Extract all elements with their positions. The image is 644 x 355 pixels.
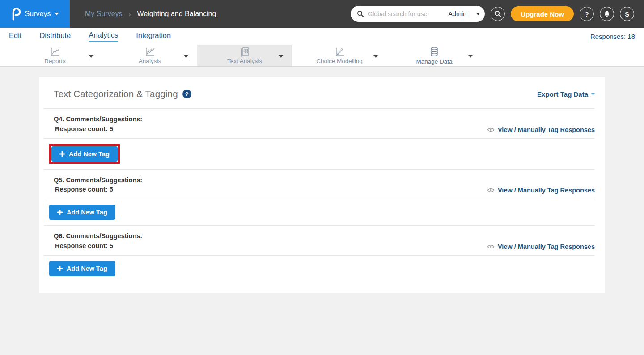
page-title: Text Categorization & Tagging <box>54 89 178 99</box>
question-info: Q4. Comments/Suggestions: Response count… <box>54 115 142 134</box>
response-count: Response count: 5 <box>54 185 142 195</box>
text-document-icon <box>239 47 250 57</box>
tab-label: Text Analysis <box>227 58 262 64</box>
view-link-label: View / Manually Tag Responses <box>498 187 595 194</box>
chevron-down-icon[interactable] <box>279 55 283 58</box>
upgrade-now-button[interactable]: Upgrade Now <box>511 6 574 21</box>
question-title: Q4. Comments/Suggestions: <box>54 115 142 124</box>
breadcrumb-separator-icon: › <box>129 10 131 18</box>
view-link-label: View / Manually Tag Responses <box>498 243 595 250</box>
tab-analytics[interactable]: Analytics <box>89 31 118 42</box>
tab-analysis[interactable]: Analysis <box>102 45 197 66</box>
card-header: Text Categorization & Tagging ? Export T… <box>39 77 605 108</box>
eye-icon <box>487 127 495 133</box>
search-scope-value: Admin <box>448 10 466 17</box>
view-manually-tag-link[interactable]: View / Manually Tag Responses <box>487 126 595 133</box>
add-new-tag-button[interactable]: Add New Tag <box>49 261 115 276</box>
question-mark-icon: ? <box>585 10 589 18</box>
chevron-down-icon[interactable] <box>476 13 480 15</box>
analytics-tabstrip: Reports Analysis Text Analysis <box>0 45 644 67</box>
help-button[interactable]: ? <box>580 7 594 21</box>
header-search-button[interactable] <box>491 7 505 21</box>
eye-icon <box>487 188 495 193</box>
annotation-highlight-box: Add New Tag <box>49 144 120 164</box>
tab-label: Manage Data <box>416 58 452 65</box>
question-title: Q5. Comments/Suggestions: <box>54 175 142 185</box>
top-header-bar: Surveys My Surveys › Weighting and Balan… <box>0 0 644 28</box>
multi-line-chart-icon <box>144 47 155 57</box>
question-info: Q6. Comments/Suggestions: Response count… <box>54 231 142 251</box>
question-title: Q6. Comments/Suggestions: <box>54 231 142 241</box>
tab-label: Choice Modelling <box>316 58 363 64</box>
avatar-initial: S <box>625 10 629 18</box>
chevron-down-icon <box>591 93 595 95</box>
tab-label: Reports <box>44 58 65 64</box>
view-link-label: View / Manually Tag Responses <box>498 126 595 133</box>
notifications-button[interactable] <box>600 7 614 21</box>
breadcrumb-current-survey: Weighting and Balancing <box>137 10 216 18</box>
question-section-q4: Q4. Comments/Suggestions: Response count… <box>39 109 605 138</box>
chevron-down-icon[interactable] <box>89 55 93 58</box>
button-row: Add New Tag <box>39 256 605 282</box>
global-search-input[interactable] <box>368 10 445 17</box>
question-info: Q5. Comments/Suggestions: Response count… <box>54 175 142 195</box>
main-content: Text Categorization & Tagging ? Export T… <box>0 67 644 293</box>
search-scope-selector[interactable]: Admin <box>448 9 480 19</box>
chevron-down-icon <box>55 13 59 15</box>
proprofs-logo-icon <box>11 7 21 21</box>
add-tag-label: Add New Tag <box>69 150 110 158</box>
survey-subnav: Edit Distribute Analytics Integration Re… <box>0 28 644 45</box>
tab-label: Analysis <box>139 58 161 64</box>
response-count: Response count: 5 <box>54 124 142 134</box>
tab-reports[interactable]: Reports <box>8 45 102 66</box>
button-row: Add New Tag <box>39 199 605 225</box>
question-section-q5: Q5. Comments/Suggestions: Response count… <box>39 170 605 199</box>
plus-icon <box>59 151 65 157</box>
tab-edit[interactable]: Edit <box>9 31 21 41</box>
response-count: Response count: 5 <box>54 241 142 251</box>
view-manually-tag-link[interactable]: View / Manually Tag Responses <box>487 187 595 194</box>
add-tag-label: Add New Tag <box>67 209 107 216</box>
add-new-tag-button[interactable]: Add New Tag <box>51 146 118 162</box>
tab-text-analysis[interactable]: Text Analysis <box>197 45 292 66</box>
export-label: Export Tag Data <box>537 90 588 98</box>
add-tag-label: Add New Tag <box>67 265 107 272</box>
chevron-down-icon[interactable] <box>373 55 378 58</box>
user-avatar[interactable]: S <box>620 7 634 21</box>
text-tagging-card: Text Categorization & Tagging ? Export T… <box>39 77 605 293</box>
surveys-app-switcher[interactable]: Surveys <box>0 0 70 28</box>
chevron-down-icon[interactable] <box>468 55 473 58</box>
line-chart-icon <box>50 47 60 57</box>
tab-integration[interactable]: Integration <box>136 31 171 41</box>
divider <box>471 9 471 19</box>
plus-icon <box>57 210 63 215</box>
header-actions: Admin Upgrade Now ? S <box>351 6 644 22</box>
help-icon[interactable]: ? <box>182 90 191 98</box>
search-icon <box>357 10 364 17</box>
tab-distribute[interactable]: Distribute <box>39 31 71 41</box>
tab-manage-data[interactable]: Manage Data <box>387 45 482 66</box>
add-new-tag-button[interactable]: Add New Tag <box>49 205 115 220</box>
chevron-down-icon[interactable] <box>184 55 188 58</box>
plus-icon <box>57 266 63 271</box>
bell-icon <box>603 10 610 18</box>
tab-choice-modelling[interactable]: Choice Modelling <box>292 45 387 66</box>
global-search-box: Admin <box>351 6 485 22</box>
breadcrumb-my-surveys[interactable]: My Surveys <box>85 10 123 18</box>
database-icon <box>429 47 440 57</box>
button-row: Add New Tag <box>39 139 605 169</box>
view-manually-tag-link[interactable]: View / Manually Tag Responses <box>487 243 595 250</box>
export-tag-data-dropdown[interactable]: Export Tag Data <box>537 90 595 98</box>
question-section-q6: Q6. Comments/Suggestions: Response count… <box>39 226 605 255</box>
eye-icon <box>487 244 495 249</box>
responses-count: Responses: 18 <box>590 33 635 40</box>
breadcrumb: My Surveys › Weighting and Balancing <box>85 10 216 18</box>
product-name: Surveys <box>25 10 51 18</box>
search-icon <box>494 10 501 17</box>
scatter-chart-icon <box>334 47 345 57</box>
